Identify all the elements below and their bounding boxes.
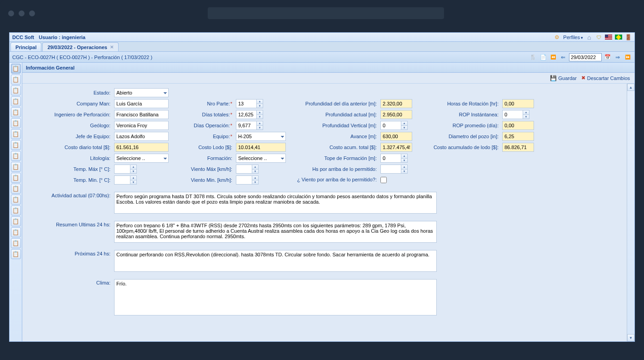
first-icon[interactable]	[549, 53, 557, 61]
temp-max-input[interactable]	[114, 165, 130, 174]
tab-label: 29/03/2022 - Operaciones	[47, 45, 107, 50]
close-icon[interactable]: ✕	[110, 45, 114, 50]
rail-item-5[interactable]	[11, 107, 21, 117]
scroll-down-icon[interactable]: ▼	[627, 334, 634, 341]
profiles-menu[interactable]: Perfiles	[563, 35, 583, 40]
horas-rot-input	[502, 99, 534, 108]
form-scroll[interactable]: Estado: Abierto Company Man: Nro Parte: …	[22, 84, 634, 341]
spinner[interactable]: ▲▼	[523, 110, 529, 119]
calendar-icon[interactable]	[604, 53, 612, 61]
form-grid: Estado: Abierto Company Man: Nro Parte: …	[44, 88, 631, 185]
rail-item-14[interactable]	[11, 205, 21, 215]
clima-textarea[interactable]	[114, 279, 437, 315]
spinner[interactable]: ▲▼	[257, 99, 263, 108]
hs-arriba-input[interactable]	[380, 165, 401, 174]
litologia-select[interactable]: Seleccione ..	[114, 154, 169, 163]
prev-icon[interactable]	[559, 53, 567, 61]
ing-perf-input[interactable]	[114, 110, 169, 119]
tab-principal[interactable]: Principal	[10, 42, 41, 51]
rail-item-11[interactable]	[11, 173, 21, 183]
rail-item-2[interactable]	[11, 75, 21, 85]
spinner[interactable]: ▲▼	[401, 165, 408, 174]
rail-item-8[interactable]	[11, 140, 21, 150]
label-costo-lodo: Costo Lodo [$]:	[170, 145, 234, 150]
label-rop-prom: ROP promedio (día):	[414, 123, 500, 128]
last-icon[interactable]	[624, 53, 632, 61]
main-area: Información General Guardar Descartar Ca…	[10, 63, 634, 341]
geologo-input[interactable]	[114, 121, 169, 130]
save-label: Guardar	[559, 75, 577, 81]
label-equipo: Equipo:	[170, 134, 234, 139]
tab-label: Principal	[15, 45, 36, 50]
window-dot	[29, 10, 35, 16]
label-hs-arriba: Hs por arriba de lo permitido:	[292, 166, 379, 172]
rail-item-13[interactable]	[11, 195, 21, 205]
nro-parte-input[interactable]	[236, 99, 257, 108]
spinner[interactable]: ▲▼	[130, 165, 137, 174]
home-icon[interactable]	[586, 34, 593, 40]
tab-operaciones[interactable]: 29/03/2022 - Operaciones ✕	[42, 42, 118, 51]
resumen24-textarea[interactable]	[114, 221, 437, 243]
label-costo-acum: Costo acum. total [$]:	[292, 145, 379, 150]
spinner[interactable]: ▲▼	[401, 154, 408, 163]
flag-br-icon[interactable]	[615, 35, 622, 40]
spinner[interactable]: ▲▼	[257, 110, 263, 119]
logout-icon[interactable]	[625, 34, 632, 40]
date-input[interactable]	[569, 53, 602, 61]
discard-button[interactable]: Descartar Cambios	[581, 75, 630, 81]
label-prof-ant: Profundidad del día anterior [m]:	[292, 101, 379, 106]
save-icon	[550, 75, 557, 81]
temp-min-input[interactable]	[114, 175, 130, 185]
rail-item-general[interactable]	[11, 64, 21, 74]
viento-perm-checkbox[interactable]	[380, 177, 387, 183]
scrollbar[interactable]: ▲ ▼	[627, 84, 634, 341]
rop-inst-input[interactable]	[502, 110, 523, 119]
company-man-input[interactable]	[114, 99, 169, 108]
spinner[interactable]: ▲▼	[257, 121, 263, 130]
dias-totales-input[interactable]	[236, 110, 257, 119]
utensils-icon[interactable]	[529, 53, 537, 61]
label-viento-perm: ¿ Viento por arriba de lo permitido?:	[292, 177, 379, 183]
rail-item-6[interactable]	[11, 118, 21, 128]
user-link[interactable]: Usuario : ingenieria	[39, 35, 85, 40]
rail-item-4[interactable]	[11, 96, 21, 106]
flag-us-icon[interactable]	[605, 35, 612, 40]
costo-diario-input	[114, 143, 169, 152]
spinner[interactable]: ▲▼	[401, 121, 408, 130]
jefe-equipo-input[interactable]	[114, 132, 169, 141]
browser-url-bar[interactable]	[208, 7, 444, 19]
equipo-select[interactable]: H-205	[236, 132, 286, 141]
scroll-up-icon[interactable]: ▲	[627, 84, 634, 91]
rail-item-12[interactable]	[11, 184, 21, 194]
label-formacion: Formación:	[170, 155, 234, 161]
dias-op-input[interactable]	[236, 121, 257, 130]
formacion-select[interactable]: Seleccione ..	[236, 154, 286, 163]
spinner[interactable]: ▲▼	[252, 165, 259, 174]
save-button[interactable]: Guardar	[550, 75, 577, 81]
tope-form-input[interactable]	[380, 154, 401, 163]
rail-item-3[interactable]	[11, 85, 21, 95]
pdf-icon[interactable]	[539, 53, 547, 61]
rail-item-15[interactable]	[11, 216, 21, 226]
viento-max-input[interactable]	[236, 165, 252, 174]
spinner[interactable]: ▲▼	[130, 175, 137, 185]
costo-acum-input	[380, 143, 412, 152]
gear-icon[interactable]	[554, 34, 560, 40]
rail-item-17[interactable]	[11, 238, 21, 248]
tab-bar: Principal 29/03/2022 - Operaciones ✕	[10, 42, 634, 52]
viento-min-input[interactable]	[236, 175, 252, 185]
label-actividad: Actividad actual (07:00hs):	[44, 192, 112, 198]
estado-select[interactable]: Abierto	[114, 88, 169, 97]
actividad-textarea[interactable]	[114, 192, 437, 214]
prof-actual-input	[380, 110, 412, 119]
rail-item-16[interactable]	[11, 227, 21, 237]
rail-item-18[interactable]	[11, 249, 21, 259]
shield-icon[interactable]	[595, 34, 602, 40]
prox24-textarea[interactable]	[114, 250, 437, 272]
rail-item-10[interactable]	[11, 162, 21, 172]
spinner[interactable]: ▲▼	[252, 175, 259, 185]
prof-vert-input[interactable]	[380, 121, 401, 130]
rail-item-7[interactable]	[11, 129, 21, 139]
next-icon[interactable]	[614, 53, 622, 61]
rail-item-9[interactable]	[11, 151, 21, 161]
